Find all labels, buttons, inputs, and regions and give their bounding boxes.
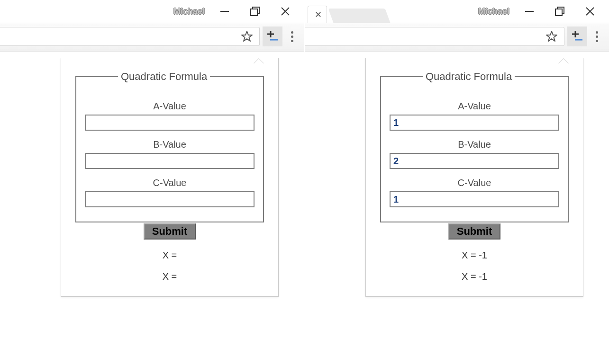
popup-arrow-icon — [254, 53, 264, 63]
result-x1: X = — [75, 250, 264, 261]
result-x2: X = — [75, 271, 264, 282]
a-value-block: A-Value — [390, 101, 559, 131]
browser-window-left: Michael — [0, 0, 304, 364]
quadratic-fieldset: Quadratic Formula A-Value B-Value C-Valu… — [380, 71, 569, 222]
b-value-label: B-Value — [390, 139, 559, 150]
star-icon — [545, 30, 558, 43]
submit-button[interactable]: Submit — [448, 223, 501, 240]
submit-row: Submit — [380, 224, 569, 240]
c-value-label: C-Value — [390, 178, 559, 188]
b-value-input[interactable] — [390, 153, 559, 169]
profile-name: Michael — [478, 7, 509, 17]
tab-close-icon[interactable]: ✕ — [315, 10, 322, 19]
svg-marker-14 — [546, 31, 557, 41]
a-value-input[interactable] — [390, 115, 559, 131]
chrome-menu-button[interactable] — [283, 27, 300, 46]
extension-popup: Quadratic Formula A-Value B-Value C-Valu… — [61, 58, 279, 297]
c-value-block: C-Value — [85, 178, 255, 207]
dot-icon — [291, 40, 293, 42]
b-value-input[interactable] — [85, 153, 255, 169]
svg-rect-2 — [251, 9, 257, 16]
close-icon — [585, 6, 595, 17]
bookmark-star-button[interactable] — [237, 27, 256, 46]
plus-minus-icon — [265, 29, 280, 44]
dot-icon — [596, 40, 598, 42]
minimize-button[interactable] — [524, 6, 535, 17]
browser-window-right: ✕ Michael — [305, 0, 609, 364]
minimize-button[interactable] — [219, 6, 230, 17]
c-value-label: C-Value — [85, 178, 255, 188]
result-x2: X = -1 — [380, 271, 569, 282]
submit-button[interactable]: Submit — [144, 223, 196, 240]
a-value-input[interactable] — [85, 115, 255, 131]
extension-popup: Quadratic Formula A-Value B-Value C-Valu… — [365, 58, 583, 297]
close-window-button[interactable] — [280, 6, 291, 17]
close-window-button[interactable] — [584, 6, 596, 17]
chrome-menu-button[interactable] — [588, 27, 605, 46]
window-titlebar: Michael — [0, 0, 304, 23]
maximize-icon — [250, 6, 260, 17]
maximize-button[interactable] — [249, 6, 261, 17]
window-control-buttons — [524, 6, 605, 17]
plus-minus-icon — [570, 29, 584, 44]
a-value-label: A-Value — [390, 101, 559, 112]
toolbar-divider — [0, 50, 304, 52]
close-icon — [280, 6, 291, 17]
profile-name: Michael — [173, 7, 205, 17]
tab-strip: ✕ — [305, 0, 388, 23]
a-value-label: A-Value — [85, 101, 255, 112]
address-bar[interactable] — [0, 27, 260, 46]
minimize-icon — [219, 6, 230, 17]
c-value-input[interactable] — [85, 191, 255, 207]
dot-icon — [291, 31, 293, 34]
toolbar-row — [305, 23, 609, 50]
dot-icon — [596, 36, 598, 38]
fieldset-legend: Quadratic Formula — [423, 71, 515, 83]
quadratic-fieldset: Quadratic Formula A-Value B-Value C-Valu… — [75, 71, 264, 222]
star-icon — [241, 30, 253, 43]
svg-marker-5 — [242, 31, 252, 41]
quadratic-extension-button[interactable] — [263, 27, 282, 46]
c-value-block: C-Value — [390, 178, 559, 207]
dot-icon — [596, 31, 598, 34]
maximize-icon — [554, 6, 565, 17]
toolbar-divider — [305, 50, 609, 52]
dot-icon — [291, 36, 293, 38]
window-control-buttons — [219, 6, 300, 17]
active-tab[interactable]: ✕ — [308, 6, 327, 23]
b-value-block: B-Value — [390, 139, 559, 169]
quadratic-extension-button[interactable] — [567, 27, 587, 46]
background-tab[interactable] — [328, 9, 391, 23]
a-value-block: A-Value — [85, 101, 255, 131]
maximize-button[interactable] — [554, 6, 565, 17]
window-titlebar: ✕ Michael — [305, 0, 609, 23]
b-value-block: B-Value — [85, 139, 255, 169]
b-value-label: B-Value — [85, 139, 255, 150]
minimize-icon — [524, 6, 535, 17]
result-x1: X = -1 — [380, 250, 569, 261]
popup-arrow-icon — [558, 53, 569, 63]
toolbar-row — [0, 23, 304, 50]
svg-rect-11 — [555, 9, 562, 16]
fieldset-legend: Quadratic Formula — [118, 71, 210, 83]
c-value-input[interactable] — [390, 191, 559, 207]
bookmark-star-button[interactable] — [542, 27, 561, 46]
address-bar[interactable] — [305, 27, 564, 46]
submit-row: Submit — [75, 224, 264, 240]
